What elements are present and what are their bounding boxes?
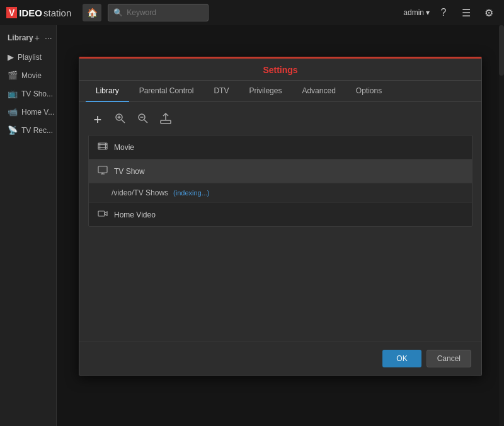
svg-rect-7 xyxy=(161,120,171,124)
cancel-button[interactable]: Cancel xyxy=(427,350,471,367)
sidebar-item-playlist[interactable]: ▶ Playlist xyxy=(0,48,56,66)
tab-dtv[interactable]: DTV xyxy=(203,81,239,102)
zoom-in-button[interactable] xyxy=(111,111,130,129)
sidebar-movie-label: Movie xyxy=(21,71,42,80)
tab-library[interactable]: Library xyxy=(86,81,129,102)
sidebar-library-label: Library xyxy=(8,33,33,42)
sidebar-homevideo-label: Home V... xyxy=(21,108,54,117)
movie-icon: 🎬 xyxy=(8,71,18,80)
sidebar-playlist-label: Playlist xyxy=(18,53,42,62)
tvshow-indexing-status: (indexing...) xyxy=(173,189,209,197)
movie-category-icon xyxy=(98,141,108,153)
search-minus-icon xyxy=(137,112,149,128)
home-icon: 🏠 xyxy=(87,8,98,18)
sidebar-item-homevideo[interactable]: 📹 Home V... xyxy=(0,103,56,121)
settings-nav-button[interactable]: ⚙ xyxy=(480,4,498,21)
list-icon: ☰ xyxy=(462,7,471,19)
logo-v: V xyxy=(6,7,17,18)
zoom-out-button[interactable] xyxy=(134,111,152,129)
nav-right: admin ▾ ? ☰ ⚙ xyxy=(403,4,498,21)
ok-button[interactable]: OK xyxy=(382,350,421,367)
upload-icon xyxy=(159,112,173,129)
svg-marker-17 xyxy=(105,212,107,216)
dialog-footer: OK Cancel xyxy=(79,342,481,375)
sidebar-tvshow-label: TV Sho... xyxy=(21,89,53,98)
tab-advanced[interactable]: Advanced xyxy=(292,81,345,102)
logo-video: IDEO xyxy=(19,8,42,18)
tabs-bar: Library Parental Control DTV Privileges … xyxy=(79,81,481,102)
tvshow-path-label: /video/TV Shows xyxy=(112,188,168,197)
tvshow-icon: 📺 xyxy=(8,89,18,98)
sidebar-header: Library + ··· xyxy=(0,30,56,48)
search-input[interactable] xyxy=(127,8,202,17)
sidebar-add-button[interactable]: + xyxy=(33,33,41,43)
admin-caret-icon: ▾ xyxy=(426,8,430,17)
library-category-tvshow[interactable]: TV Show xyxy=(89,159,472,183)
sidebar-more-button[interactable]: ··· xyxy=(43,33,54,43)
admin-label: admin xyxy=(403,8,424,17)
search-plus-icon xyxy=(114,112,127,128)
help-button[interactable]: ? xyxy=(435,4,452,21)
svg-rect-16 xyxy=(98,211,105,216)
svg-line-1 xyxy=(122,120,125,123)
library-category-movie[interactable]: Movie xyxy=(89,135,472,159)
modal-overlay: Settings Library Parental Control DTV Pr… xyxy=(57,25,504,426)
add-library-button[interactable]: + xyxy=(88,111,107,129)
search-icon: 🔍 xyxy=(113,8,123,17)
home-button[interactable]: 🏠 xyxy=(83,4,101,21)
library-list: Movie TV Show xyxy=(88,135,472,227)
library-category-homevideo[interactable]: Home Video xyxy=(89,203,472,226)
dialog-title: Settings xyxy=(79,59,481,81)
tvshow-category-label: TV Show xyxy=(114,167,145,176)
homevideo-category-icon xyxy=(98,209,108,221)
homevideo-category-label: Home Video xyxy=(114,210,156,219)
logo-station: station xyxy=(43,8,71,18)
tab-privileges[interactable]: Privileges xyxy=(239,81,292,102)
svg-rect-13 xyxy=(98,166,107,173)
add-icon: + xyxy=(94,112,102,128)
dialog-body: + xyxy=(79,102,481,342)
list-button[interactable]: ☰ xyxy=(457,4,475,21)
sidebar: Library + ··· ▶ Playlist 🎬 Movie 📺 TV Sh… xyxy=(0,25,57,426)
settings-dialog: Settings Library Parental Control DTV Pr… xyxy=(79,57,482,376)
sidebar-header-icons: + ··· xyxy=(33,33,54,43)
upload-button[interactable] xyxy=(156,111,175,129)
svg-rect-12 xyxy=(105,143,106,149)
gear-icon: ⚙ xyxy=(484,7,493,19)
sidebar-item-tvshow[interactable]: 📺 TV Sho... xyxy=(0,84,56,103)
navbar: VIDEOstation 🏠 🔍 admin ▾ ? ☰ ⚙ xyxy=(0,0,504,25)
help-icon: ? xyxy=(441,7,447,18)
library-subpath-tvshows: /video/TV Shows (indexing...) xyxy=(89,183,472,203)
admin-button[interactable]: admin ▾ xyxy=(403,8,430,17)
tab-parental-control[interactable]: Parental Control xyxy=(129,81,204,102)
svg-rect-11 xyxy=(100,143,100,149)
main-area: Library + ··· ▶ Playlist 🎬 Movie 📺 TV Sh… xyxy=(0,25,504,426)
tvshow-category-icon xyxy=(98,165,108,177)
sidebar-item-tvrec[interactable]: 📡 TV Rec... xyxy=(0,121,56,139)
search-box: 🔍 xyxy=(108,4,209,21)
tvrec-icon: 📡 xyxy=(8,125,18,135)
lib-toolbar: + xyxy=(88,111,472,129)
tab-options[interactable]: Options xyxy=(346,81,392,102)
playlist-icon: ▶ xyxy=(8,52,14,62)
content-area: Settings Library Parental Control DTV Pr… xyxy=(57,25,504,426)
sidebar-item-movie[interactable]: 🎬 Movie xyxy=(0,66,56,84)
sidebar-tvrec-label: TV Rec... xyxy=(21,126,53,135)
svg-line-5 xyxy=(144,120,147,123)
movie-category-label: Movie xyxy=(114,143,134,152)
homevideo-icon: 📹 xyxy=(8,107,18,117)
app-logo: VIDEOstation xyxy=(6,7,71,18)
